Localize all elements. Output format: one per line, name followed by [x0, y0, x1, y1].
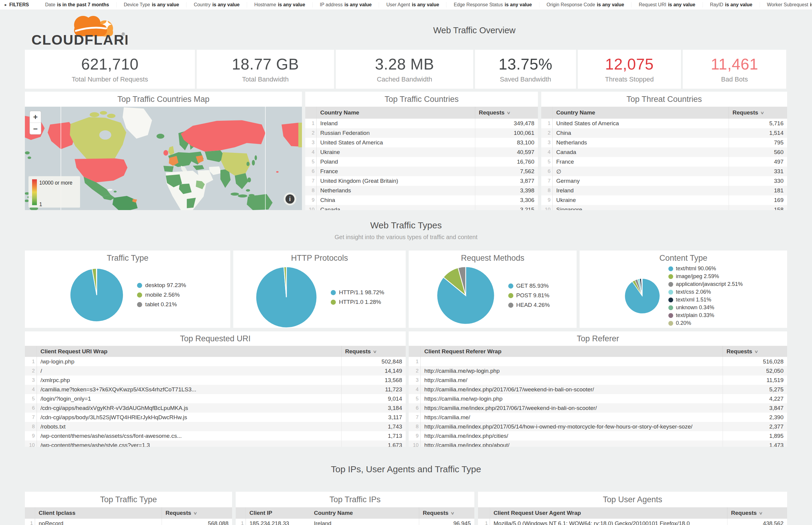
requests-value: 169: [729, 195, 787, 205]
traffic-map-card: Top Traffic Countries Map: [25, 92, 302, 210]
column-label: Requests: [345, 348, 371, 355]
filter-field: RayID: [710, 2, 723, 7]
table-row: 1Mozilla/5.0 (Windows NT 6.1; WOW64; rv:…: [478, 519, 787, 525]
table-row: 7Germany330: [541, 176, 787, 186]
row-label: China: [552, 128, 729, 138]
page-title: Web Traffic Overview: [162, 26, 787, 35]
row-rank: 3: [541, 138, 552, 147]
column-label: Client Request User Agent Wrap: [493, 510, 581, 516]
requests-value: 52,050: [723, 366, 787, 375]
traffic-type-card: Traffic Type desktop 97.23%mobile 2.56%t…: [25, 251, 230, 328]
filters-toggle[interactable]: ▸ FILTERS: [5, 2, 29, 7]
requests-value: 9,014: [341, 394, 406, 403]
row-label: Poland: [316, 157, 475, 167]
legend-item: HTTP/1.0 1.28%: [331, 299, 384, 305]
requests-value: 3,117: [341, 412, 406, 422]
table-title: Top Traffic Type: [25, 492, 232, 507]
table-body: 1Mozilla/5.0 (Windows NT 6.1; WOW64; rv:…: [478, 519, 787, 525]
legend-label: text/plain 0.33%: [676, 312, 714, 318]
column-label: Client Request URI Wrap: [41, 348, 107, 355]
map-info-button[interactable]: i: [284, 192, 296, 205]
map-and-countries-row: Top Traffic Countries Map: [25, 92, 787, 210]
table-row: 7https://camilia.me/2,390: [409, 412, 787, 422]
map-title: Top Traffic Countries Map: [25, 92, 302, 107]
row-label: Singapore: [552, 205, 729, 210]
filter-field: Origin Response Code: [547, 2, 595, 7]
sort-header[interactable]: Requests∨: [341, 346, 406, 357]
row-rank: 8: [25, 422, 37, 431]
sort-header[interactable]: Requests∨: [723, 346, 787, 357]
table-row: 4/camilia.me?token=s3+7k6XQvKwzp5/4XSs4r…: [25, 385, 406, 394]
filter-item[interactable]: User Agentis any value: [379, 2, 446, 7]
filter-item[interactable]: Hostnameis any value: [247, 2, 312, 7]
sort-header[interactable]: Requests∨: [727, 507, 787, 519]
column-header: Client Ipclass: [35, 507, 162, 519]
filter-value: is any value: [152, 2, 179, 7]
filter-field: Request URI: [639, 2, 666, 7]
requests-value: 3,184: [341, 403, 406, 412]
column-header: Country Name: [552, 107, 729, 119]
legend-item: mobile 2.56%: [137, 291, 186, 298]
map-zoom-out-button[interactable]: −: [33, 124, 38, 133]
filter-item[interactable]: Origin Response Codeis any value: [539, 2, 632, 7]
requests-value: 5,275: [723, 385, 787, 394]
filter-item[interactable]: Edge Response Statusis any value: [446, 2, 539, 7]
filter-item[interactable]: Device Typeis any value: [116, 2, 186, 7]
row-rank: 9: [409, 431, 421, 440]
sort-header[interactable]: Requests∨: [729, 107, 787, 119]
sort-desc-icon: ∨: [760, 110, 764, 115]
table-title: Top Threat Countries: [541, 92, 787, 107]
map-zoom-in-button[interactable]: +: [33, 112, 38, 121]
row-label: /wp-login.php: [37, 357, 341, 366]
table-header: Country NameRequests∨: [305, 107, 538, 119]
column-header: Client Request Referer Wrap: [421, 346, 723, 357]
row-rank: 3: [409, 375, 421, 385]
table-row: 5France497: [541, 157, 787, 167]
table-row: 9http://camilia.me/index.php/cities/1,89…: [409, 431, 787, 440]
row-rank: 2: [25, 366, 37, 375]
legend-dot-icon: [668, 298, 673, 302]
row-rank: 1: [541, 119, 552, 128]
sort-header[interactable]: Requests∨: [475, 107, 538, 119]
uri-referer-row: Top Requested URIClient Request URI Wrap…: [25, 331, 787, 447]
filter-item[interactable]: Worker Subrequestis any value: [759, 2, 812, 7]
row-rank: 5: [409, 394, 421, 403]
filter-items: Dateis in the past 7 monthsDevice Typeis…: [38, 2, 812, 7]
table-row: 3Netherlands795: [541, 138, 787, 147]
filter-item[interactable]: Dateis in the past 7 months: [38, 2, 116, 7]
requests-value: 4,227: [723, 394, 787, 403]
legend-dot-icon: [137, 283, 142, 288]
section-title: Web Traffic Types: [25, 220, 787, 230]
column-label: Requests: [731, 510, 757, 516]
top-requested-uri-card: Top Requested URIClient Request URI Wrap…: [25, 331, 406, 447]
legend-label: POST 9.81%: [516, 292, 550, 299]
legend-item: HTTP/1.1 98.72%: [331, 289, 384, 296]
filter-item[interactable]: Countryis any value: [186, 2, 247, 7]
pie-slice-other[interactable]: [642, 279, 642, 296]
kpi-total-requests: 621,710 Total Number of Requests: [25, 50, 195, 89]
row-rank: 2: [409, 366, 421, 375]
top-referer-card: Top RefererClient Request Referer WrapRe…: [409, 331, 787, 447]
sort-header[interactable]: Requests∨: [419, 507, 474, 519]
requests-value: 438,562: [727, 519, 787, 525]
world-map[interactable]: + − 1000: [25, 107, 302, 210]
filter-item[interactable]: RayIDis any value: [703, 2, 759, 7]
row-rank: 1: [25, 519, 35, 525]
sort-header[interactable]: Requests∨: [162, 507, 232, 519]
legend-dot-icon: [668, 290, 673, 295]
chart-title: Content Type: [580, 251, 787, 266]
filter-item[interactable]: IP addressis any value: [312, 2, 379, 7]
row-label: [421, 357, 723, 366]
web-traffic-types-section-header: Web Traffic Types Get insight into the v…: [25, 210, 787, 251]
chart-legend: HTTP/1.1 98.72%HTTP/1.0 1.28%: [331, 289, 384, 305]
table-title: Top Requested URI: [25, 331, 406, 346]
kpi-label: Bad Bots: [721, 76, 748, 83]
requests-value: 3,215: [475, 205, 538, 210]
legend-label: HTTP/1.1 98.72%: [339, 289, 384, 296]
cloudflare-logo: CLOUDFLARE ®: [31, 12, 128, 47]
table-row: 10http://camilia.me/index.php/about/1,47…: [409, 440, 787, 447]
filter-item[interactable]: Request URIis any value: [631, 2, 702, 7]
pie-slice-tablet[interactable]: [97, 268, 97, 295]
table-row: 3United States of America83,100: [305, 138, 538, 147]
row-label: /camilia.me?token=s3+7k6XQvKwzp5/4XSs4rh…: [37, 385, 341, 394]
